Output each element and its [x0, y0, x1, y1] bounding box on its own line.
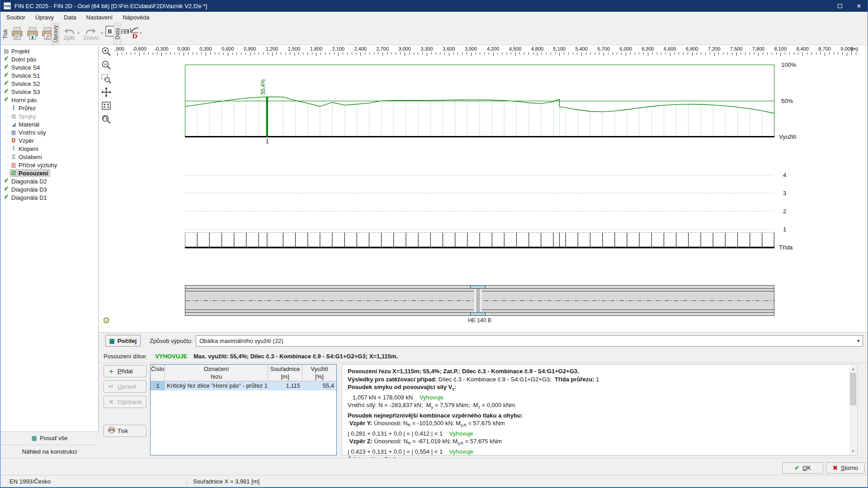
sidebar-item-diagonala-d3[interactable]: ▼✔Diagonála D3 [0, 185, 98, 193]
display-settings-button[interactable]: ✔✔ D [123, 25, 138, 43]
assessment-line: Vzpěr Y: Únosnosti: NR = -1010,500 kN; M… [348, 419, 845, 430]
menu-item-napoveda[interactable]: Nápověda [118, 13, 154, 22]
class-tick-4: 4 [783, 172, 786, 178]
calculate-button[interactable]: ▦ Počítej [105, 335, 141, 347]
sidebar-item-vnitrni-sily[interactable]: ▩Vnitřní síly [0, 128, 98, 136]
sidebar-item-klopeni[interactable]: IKlopení [0, 145, 98, 153]
sidebar-item-label: Příčné výztuhy [19, 162, 57, 169]
sidebar-item-svislice-s2[interactable]: ▼✔Svislice S2 [0, 80, 98, 88]
menu-item-data[interactable]: Data [59, 13, 81, 22]
assessment-line: Vzpěr Z: Únosnosti: NR = -671,019 kN; My… [348, 437, 845, 448]
column-header-cislo[interactable]: Číslo [151, 365, 165, 381]
scroll-down-icon[interactable]: ▼ [849, 447, 857, 455]
cross-section-icon: I [10, 105, 17, 111]
status-standard: EN 1993/Česko [9, 478, 51, 485]
undo-icon [64, 27, 75, 35]
column-header-oznaceni[interactable]: Označenířezu [165, 365, 268, 381]
redo-button[interactable]: Znovu [82, 24, 100, 43]
sidebar-item-vzper[interactable]: DVzpěr [0, 136, 98, 145]
canvas-tools [100, 46, 114, 130]
sidebar-item-projekt[interactable]: ▤Projekt [0, 47, 98, 55]
sidebar-item-label: Diagonála D1 [11, 194, 47, 201]
sidebar-item-svislice-s1[interactable]: ▼✔Svislice S1 [0, 71, 98, 80]
undo-dropdown-caret[interactable]: ▾ [77, 31, 80, 35]
sidebar-item-spojky[interactable]: ▦Spojky [0, 112, 98, 120]
method-combobox[interactable]: Obálka maximálního využití (22) ▼ [196, 335, 863, 347]
sidebar-item-label: Průřez [19, 105, 36, 112]
menu-item-upravy[interactable]: Úpravy [30, 13, 59, 22]
class-tick-2: 2 [783, 208, 786, 215]
sidebar-item-dolni-pas[interactable]: ▼✔Dolní pás [0, 55, 98, 63]
redo-icon [85, 27, 96, 35]
menu-item-nastaveni[interactable]: Nastavení [81, 13, 118, 22]
sidebar-item-label: Horní pás [11, 97, 37, 103]
ok-label: OK [802, 465, 811, 471]
menu-item-soubor[interactable]: Soubor [1, 13, 30, 22]
member-check-icon: ▼✔ [3, 194, 10, 201]
pridat-button[interactable]: +Přidat [104, 365, 146, 377]
upravit-button[interactable]: ↵Upravit [104, 380, 146, 393]
sidebar-item-diagonala-d2[interactable]: ▼✔Diagonála D2 [0, 177, 98, 185]
sidebar-item-svislice-s4[interactable]: ▼✔Svislice S4 [0, 63, 98, 71]
column-header-vyuziti[interactable]: Využití[%] [302, 365, 336, 381]
sidebar-item-oslabeni[interactable]: ⋈Oslabení [0, 153, 98, 161]
print-preview-button[interactable] [25, 24, 40, 43]
zoom-window-button[interactable] [100, 73, 112, 85]
buckling-icon: D [10, 137, 17, 144]
sidebar-item-label: Klopení [19, 145, 38, 152]
sidebar-item-label: Materiál [19, 121, 39, 128]
sidebar-item-label: Svislice S4 [11, 64, 40, 71]
display-dropdown-caret[interactable]: ▾ [140, 31, 142, 35]
assess-all-button[interactable]: ▦ Posuď vše [0, 432, 99, 444]
maximize-button[interactable] [830, 0, 849, 12]
sidebar-item-diagonala-d1[interactable]: ▼✔Diagonála D1 [0, 193, 98, 202]
sidebar-item-label: Diagonála D3 [11, 186, 47, 193]
zoom-previous-button[interactable] [100, 114, 112, 126]
sidebar-item-svislice-s3[interactable]: ▼✔Svislice S3 [0, 88, 98, 96]
edit-group-tab: Úpravy [52, 23, 59, 45]
odstranit-button[interactable]: ✕Odstranit [104, 396, 146, 408]
sidebar-item-posouzeni[interactable]: ☑Posouzení [0, 169, 98, 177]
zoom-fit-button[interactable] [100, 100, 112, 112]
tree-connector [6, 149, 9, 149]
title-bar: FIN FIN EC 2025 - FIN 2D - Ocel (64 bit)… [0, 0, 868, 12]
method-value: Obálka maximálního využití (22) [196, 338, 854, 344]
structure-preview-button[interactable]: Náhled na konstrukci [0, 445, 99, 458]
resize-grip[interactable]: ⋰ [862, 469, 867, 474]
table-row[interactable]: 1Kritický řez dílce "Horní pás" - průřez… [151, 381, 336, 390]
undo-button[interactable]: Zpět [61, 24, 77, 43]
redo-dropdown-caret[interactable]: ▾ [101, 31, 103, 35]
button-label: Přidat [118, 368, 133, 375]
settings-gear-button[interactable]: ⚙ [101, 315, 112, 326]
lateral-buckling-icon: I [10, 145, 17, 152]
calculator-icon: ▦ [109, 338, 115, 344]
scroll-thumb[interactable] [850, 373, 856, 405]
window-title: FIN EC 2025 - FIN 2D - Ocel (64 bit) [D:… [14, 3, 207, 9]
scroll-up-icon[interactable]: ▲ [849, 365, 857, 372]
assessment-line: Vnitřní síly: N = -283,837 kN; My = 7,57… [348, 401, 845, 412]
weakening-icon: ⋈ [10, 153, 17, 160]
zoom-out-button[interactable] [100, 60, 112, 71]
pan-button[interactable] [100, 87, 112, 99]
assessment-text: Posouzení řezu X=1,115m; 55,4%; Zat.P.: … [348, 367, 845, 464]
button-label: Upravit [118, 383, 136, 390]
sidebar-item-label: Svislice S3 [11, 89, 40, 95]
sidebar-item-prurez[interactable]: IPrůřez [0, 104, 98, 112]
sidebar-item-pricne-vyztuhy[interactable]: ▥Příčné výztuhy [0, 161, 98, 169]
ok-button[interactable]: ✔OK [782, 462, 823, 474]
assessment-line: | 0,423 + 0,131 + 0,0 | = | 0,554 | < 1 … [348, 448, 845, 456]
sidebar-item-horni-pas[interactable]: ▼✔Horní pás [0, 96, 98, 104]
utilization-chart: 55,4%1 [185, 65, 774, 146]
column-header-souradnice[interactable]: Souřadnice[m] [268, 365, 302, 381]
member-profile-strip [185, 285, 774, 316]
tisk-button[interactable]: Tisk [104, 425, 146, 437]
sidebar-item-material[interactable]: ◢Materiál [0, 120, 98, 128]
print-document-button[interactable] [10, 24, 24, 43]
printer-icon [108, 427, 114, 435]
cancel-button[interactable]: ✖Storno [826, 462, 865, 474]
close-button[interactable]: ✕ [849, 0, 868, 12]
tree-connector [6, 165, 9, 165]
zoom-in-button[interactable] [100, 46, 112, 58]
detail-scrollbar[interactable]: ▲ ▼ [849, 365, 857, 455]
sidebar: ▤Projekt▼✔Dolní pás▼✔Svislice S4▼✔Svisli… [0, 45, 99, 458]
